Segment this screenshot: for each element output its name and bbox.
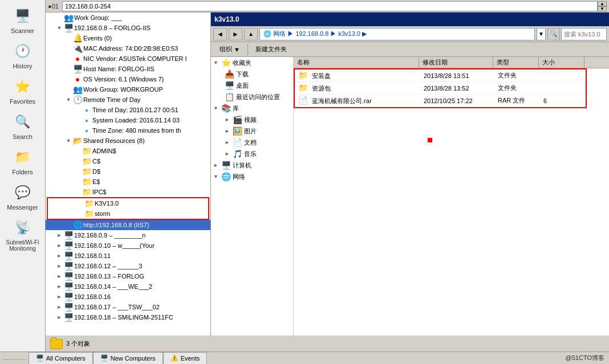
address-text: 🌐 网络 ▶ 192.168.0.8 ▶ k3v13.0 ▶ (263, 30, 367, 38)
file-row-lanhai[interactable]: 📄 蓝海机械有限公司.rar 2012/10/25 17:22 RAR 文件 6 (295, 95, 586, 107)
sidebar-item-search[interactable]: 🔍 Search (2, 108, 43, 144)
network-icon: 🌐 (221, 172, 231, 181)
sidebar-item-messenger[interactable]: 💬 Messenger (2, 179, 43, 214)
new-folder-button[interactable]: 新建文件夹 (250, 43, 292, 56)
nav-item-recent[interactable]: 📋 最近访问的位置 (211, 91, 293, 103)
file-row-anzhuanpan[interactable]: 📁 安装盘 2013/8/28 13:51 文件夹 (295, 69, 586, 82)
dotted-label: ............... (0, 355, 29, 361)
nav-item-video[interactable]: ► 🎬 视频 (211, 114, 293, 125)
search-button[interactable]: 🔍 (547, 28, 560, 40)
col-header-size[interactable]: 大小 (539, 57, 584, 68)
tree-item-nic[interactable]: ● NIC Vendor: ASUSTek COMPUTER I (46, 54, 210, 64)
tree-item-http[interactable]: 🌐 http://192.168.0.8 (IIS7) (46, 220, 210, 230)
host-icon: 🖥️ (73, 64, 82, 73)
sidebar-item-favorites[interactable]: ⭐ Favorites (2, 73, 43, 108)
sidebar-item-subnet[interactable]: 📡 Subnet/Wi-FiMonitoring (2, 214, 43, 255)
tree-item-workgroup2[interactable]: 👥 Work Group: WORKGROUP (46, 84, 210, 95)
tree-item-e[interactable]: 📁 E$ (46, 177, 210, 187)
tree-label: Time of Day: 2016.01.27 00:51 (92, 107, 178, 113)
organize-button[interactable]: 组织 ▼ (214, 43, 245, 56)
tree-item-192-9[interactable]: ► 🖥️ 192.168.0.9 – ________n (46, 230, 210, 240)
desktop-icon: 🖥️ (225, 81, 234, 90)
tree-item-events[interactable]: 🔔 Events (0) (46, 33, 210, 43)
tree-item-storm[interactable]: 📁 storm (48, 208, 208, 219)
tab-events[interactable]: ⚠️ Events (163, 352, 208, 365)
tree-item-shared[interactable]: ▼ 📂 Shared Resources (8) (46, 136, 210, 146)
expand-icon: ► (213, 162, 221, 168)
new-folder-label: 新建文件夹 (255, 45, 287, 54)
tree-item-os[interactable]: ● OS Version: 6.1 (Windows 7) (46, 74, 210, 84)
tree-item-c[interactable]: 📁 C$ (46, 156, 210, 166)
tree-item-workgroup[interactable]: 👥 Work Group: ___ (46, 13, 210, 23)
expand-icon: ► (55, 292, 64, 301)
search-input[interactable] (561, 28, 607, 40)
tree-item-192-10[interactable]: ► 🖥️ 192.168.0.10 – w_____(Your (46, 240, 210, 251)
expand-icon (73, 157, 82, 166)
tree-item-192-12[interactable]: ► 🖥️ 192.168.0.12 – ______3 (46, 261, 210, 271)
file-status-bar: 3 个对象 (46, 336, 609, 351)
address-chevron[interactable]: ▼ (537, 28, 546, 40)
sidebar-item-folders-label: Folders (12, 169, 33, 175)
scroll-down-btn[interactable]: ▼ (598, 6, 607, 11)
nav-item-pictures[interactable]: ► 🖼️ 图片 (211, 125, 293, 137)
sidebar-item-scanner[interactable]: 🖥️ Scanner (2, 2, 43, 38)
tree-item-timezone[interactable]: ● Time Zone: 480 minutes from th (46, 125, 210, 136)
address-input[interactable] (62, 1, 598, 11)
sidebar-item-subnet-label: Subnet/Wi-FiMonitoring (6, 239, 39, 252)
nav-item-music[interactable]: ► 🎵 音乐 (211, 148, 293, 159)
nav-item-computer[interactable]: ► 🖥️ 计算机 (211, 159, 293, 171)
nav-item-documents[interactable]: ► 📄 文档 (211, 137, 293, 148)
nav-item-network[interactable]: ▼ 🌐 网络 (211, 171, 293, 182)
file-pane: ▼ ⭐ 收藏夹 📥 下载 🖥️ 桌面 📋 最近访问的位置 ▼ (211, 57, 609, 364)
tree-item-192-11[interactable]: ► 🖥️ 192.168.0.11 (46, 251, 210, 261)
nav-item-desktop[interactable]: 🖥️ 桌面 (211, 80, 293, 91)
tree-item-hostname[interactable]: 🖥️ Host Name: FORLOG-IIS (46, 64, 210, 74)
file-list: 名称 修改日期 类型 大小 📁 安装盘 2013/8/28 13:51 文件夹 (294, 57, 609, 364)
tree-item-system-loaded[interactable]: ● System Loaded: 2016.01.14 03 (46, 115, 210, 125)
tree-item-k3v13[interactable]: 📁 K3V13.0 (48, 198, 208, 208)
tree-item-192-16[interactable]: ► 🖥️ 192.168.0.16 (46, 292, 210, 302)
tree-item-192-17[interactable]: ► 🖥️ 192.168.0.17 – ___TSW___02 (46, 302, 210, 312)
tab-all-computers[interactable]: 🖥️ All Computers (29, 352, 93, 365)
clock-icon: 🕐 (73, 95, 82, 104)
file-row-ziyuanbao[interactable]: 📁 资源包 2013/8/28 13:52 文件夹 (295, 82, 586, 95)
tree-item-192-168-0-8[interactable]: ▼ 🖥️ 192.168.0.8 – FORLOG-IIS (46, 23, 210, 33)
messenger-icon: 💬 (13, 182, 33, 203)
file-cell-type: 文件夹 (494, 70, 540, 81)
forward-button[interactable]: ► (229, 28, 242, 40)
computer-icon: 🖥️ (64, 23, 73, 32)
col-header-name[interactable]: 名称 (294, 57, 419, 68)
tree-label: System Loaded: 2016.01.14 03 (92, 117, 180, 124)
file-cell-size (540, 87, 586, 89)
scroll-up-btn[interactable]: ▲ (598, 1, 607, 6)
tree-item-192-18[interactable]: ► 🖥️ 192.168.0.18 – SMILINGM-2511FC (46, 312, 210, 322)
tree-item-d[interactable]: 📁 D$ (46, 166, 210, 177)
file-list-header: 名称 修改日期 类型 大小 (294, 57, 609, 68)
nav-label: 下载 (236, 70, 249, 79)
tree-item-192-13[interactable]: ► 🖥️ 192.168.0.13 – FORLOG (46, 271, 210, 281)
tree-item-mac[interactable]: 🔌 MAC Address: 74:D0:2B:98:E0:53 (46, 43, 210, 54)
sidebar: 🖥️ Scanner 🕐 History ⭐ Favorites 🔍 Searc… (0, 0, 46, 353)
nav-item-download[interactable]: 📥 下载 (211, 68, 293, 80)
sidebar-item-history[interactable]: 🕐 History (2, 38, 43, 73)
col-header-date[interactable]: 修改日期 (419, 57, 493, 68)
nav-label: 网络 (233, 173, 245, 181)
col-header-type[interactable]: 类型 (493, 57, 539, 68)
tab-new-computers[interactable]: 🖥️ New Computers (93, 352, 163, 365)
back-button[interactable]: ◄ (213, 28, 227, 40)
tree-item-ipc[interactable]: 📁 IPC$ (46, 187, 210, 197)
tree-item-admin[interactable]: 📁 ADMIN$ (46, 146, 210, 156)
nav-label: 图片 (244, 127, 257, 136)
file-cell-size (540, 75, 586, 77)
tree-label: C$ (92, 158, 100, 165)
nav-item-favorites[interactable]: ▼ ⭐ 收藏夹 (211, 57, 293, 68)
red-marker (428, 138, 432, 142)
sidebar-item-folders[interactable]: 📁 Folders (2, 144, 43, 179)
up-button[interactable]: ▲ (244, 28, 258, 40)
tree-item-192-14[interactable]: ► 🖥️ 192.168.0.14 – ___WE___2 (46, 281, 210, 292)
nav-item-library[interactable]: ▼ 📚 库 (211, 103, 293, 114)
expand-icon: ► (225, 117, 233, 122)
tree-item-remote-time[interactable]: ▼ 🕐 Remote Time of Day (46, 95, 210, 105)
subnet-icon: 📡 (13, 218, 33, 238)
tree-item-time-of-day[interactable]: ● Time of Day: 2016.01.27 00:51 (46, 105, 210, 115)
